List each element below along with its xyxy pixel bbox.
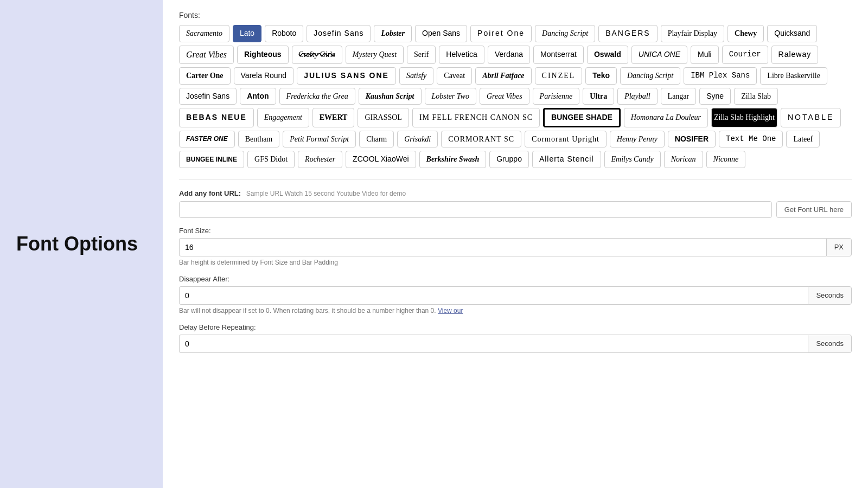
- font-size-unit: PX: [826, 238, 852, 256]
- font-size-hint: Bar height is determined by Font Size an…: [179, 259, 852, 266]
- font-button-anton[interactable]: Anton: [240, 88, 276, 105]
- left-panel: Font Options: [0, 0, 163, 488]
- font-button-great-vibes[interactable]: Great Vibes: [480, 88, 529, 105]
- font-button-homonara-la-douleur[interactable]: Homonara La Douleur: [624, 108, 708, 127]
- font-button-engagement[interactable]: Engagement: [257, 108, 309, 127]
- font-button-ibm-plex-sans[interactable]: IBM Plex Sans: [684, 67, 757, 85]
- font-button-abril-fatface[interactable]: Abril Fatface: [475, 67, 531, 85]
- font-button-berkshire-swash[interactable]: Berkshire Swash: [419, 151, 487, 168]
- delay-input[interactable]: [179, 335, 808, 353]
- font-button-niconne[interactable]: Niconne: [706, 151, 746, 168]
- font-button-gruppo[interactable]: Gruppo: [489, 151, 529, 168]
- font-button-ultra[interactable]: Ultra: [583, 88, 614, 105]
- font-button-oswald[interactable]: Oswald: [587, 46, 628, 64]
- font-button-charm[interactable]: Charm: [359, 131, 394, 148]
- font-button-text-me-one[interactable]: Text Me One: [719, 131, 783, 148]
- font-button-cormorant-upright[interactable]: Cormorant Upright: [525, 131, 607, 148]
- font-button-lateef[interactable]: Lateef: [786, 131, 820, 148]
- font-button-notable[interactable]: NOTABLE: [781, 108, 841, 127]
- font-button-montserrat[interactable]: Montserrat: [533, 46, 584, 64]
- font-button-open-sans[interactable]: Open Sans: [415, 25, 467, 42]
- font-button-im-fell-french-canon-sc[interactable]: IM FELL FRENCH CANON SC: [412, 108, 540, 127]
- disappear-input[interactable]: [179, 286, 808, 305]
- font-size-label: Font Size:: [179, 227, 852, 235]
- font-button-petit-formal-script[interactable]: Petit Formal Script: [283, 131, 356, 148]
- font-button-crafty-girls[interactable]: Crafty Girls: [292, 46, 342, 64]
- font-button-sacramento[interactable]: Sacramento: [179, 25, 229, 42]
- delay-label: Delay Before Repeating:: [179, 323, 852, 331]
- font-button-ewert[interactable]: EWERT: [312, 108, 355, 127]
- font-button-playfair-display[interactable]: Playfair Display: [661, 25, 724, 42]
- font-button-lobster-two[interactable]: Lobster Two: [425, 88, 476, 105]
- font-button-unica-one[interactable]: UNICA ONE: [631, 46, 687, 64]
- add-font-hint: Sample URL Watch 15 second Youtube Video…: [246, 190, 406, 197]
- font-button-satisfy[interactable]: Satisfy: [399, 67, 433, 85]
- font-button-josefin-sans[interactable]: Josefin Sans: [307, 25, 371, 42]
- font-button-norican[interactable]: Norican: [664, 151, 703, 168]
- font-button-raleway[interactable]: Raleway: [771, 46, 819, 64]
- font-button-julius-sans-one[interactable]: JULIUS SANS ONE: [297, 67, 396, 85]
- font-button-josefin-sans[interactable]: Josefin Sans: [179, 88, 237, 105]
- font-button-grisakdi[interactable]: Grisakdi: [397, 131, 438, 148]
- font-button-parisienne[interactable]: Parisienne: [533, 88, 580, 105]
- font-button-langar[interactable]: Langar: [661, 88, 697, 105]
- font-button-zilla-slab-highlight[interactable]: Zilla Slab Highlight: [711, 108, 777, 127]
- font-button-bangers[interactable]: BANGERS: [598, 25, 657, 42]
- font-button-dancing-script[interactable]: Dancing Script: [535, 25, 595, 42]
- delay-unit: Seconds: [808, 335, 852, 353]
- font-button-roboto[interactable]: Roboto: [265, 25, 303, 42]
- font-button-bungee-shade[interactable]: BUNGEE SHADE: [543, 108, 621, 127]
- get-font-url-button[interactable]: Get Font URL here: [776, 201, 852, 218]
- font-size-section: Font Size: PX Bar height is determined b…: [179, 227, 852, 266]
- font-button-bentham[interactable]: Bentham: [238, 131, 280, 148]
- font-button-caveat[interactable]: Caveat: [437, 67, 472, 85]
- font-button-serif[interactable]: Serif: [407, 46, 436, 64]
- font-button-girassol[interactable]: GIRASSOL: [358, 108, 409, 127]
- font-button-allerta-stencil[interactable]: Allerta Stencil: [532, 151, 601, 168]
- font-size-input[interactable]: [179, 238, 826, 256]
- delay-section: Delay Before Repeating: Seconds: [179, 323, 852, 353]
- font-button-rochester[interactable]: Rochester: [298, 151, 342, 168]
- font-button-mystery-quest[interactable]: Mystery Quest: [346, 46, 404, 64]
- font-button-gfs-didot[interactable]: GFS Didot: [247, 151, 295, 168]
- font-button-righteous[interactable]: Righteous: [237, 46, 288, 64]
- disappear-hint: Bar will not disappear if set to 0. When…: [179, 307, 852, 314]
- font-button-teko[interactable]: Teko: [585, 67, 617, 85]
- font-button-poiret-one[interactable]: Poiret One: [470, 25, 532, 42]
- font-button-syne[interactable]: Syne: [699, 88, 731, 105]
- font-button-verdana[interactable]: Verdana: [488, 46, 530, 64]
- font-button-libre-baskerville[interactable]: Libre Baskerville: [760, 67, 827, 85]
- font-button-nosifer[interactable]: NOSIFER: [668, 131, 716, 148]
- font-button-bebas-neue[interactable]: BEBAS NEUE: [179, 108, 254, 127]
- add-font-section: Add any font URL: Sample URL Watch 15 se…: [179, 188, 852, 218]
- font-button-zcool-xiaowei[interactable]: ZCOOL XiaoWei: [346, 151, 416, 168]
- font-button-cormorant-sc[interactable]: CORMORANT SC: [441, 131, 521, 148]
- view-link[interactable]: View our: [438, 307, 463, 314]
- disappear-unit: Seconds: [808, 286, 852, 305]
- font-button-courier[interactable]: Courier: [722, 46, 768, 64]
- font-button-fredericka-the-grea[interactable]: Fredericka the Grea: [279, 88, 355, 105]
- font-button-lobster[interactable]: Lobster: [374, 25, 412, 42]
- font-button-bungee-inline[interactable]: BUNGEE INLINE: [179, 151, 244, 168]
- font-button-chewy[interactable]: Chewy: [727, 25, 764, 42]
- font-button-great-vibes[interactable]: Great Vibes: [179, 46, 234, 64]
- font-button-varela-round[interactable]: Varela Round: [234, 67, 294, 85]
- add-font-input[interactable]: [179, 201, 772, 218]
- disappear-section: Disappear After: Seconds Bar will not di…: [179, 275, 852, 314]
- page-title: Font Options: [16, 232, 138, 255]
- font-button-playball[interactable]: Playball: [617, 88, 657, 105]
- font-button-dancing-script[interactable]: Dancing Script: [620, 67, 680, 85]
- font-button-muli[interactable]: Muli: [691, 46, 719, 64]
- font-size-row: PX: [179, 238, 852, 256]
- font-button-zilla-slab[interactable]: Zilla Slab: [734, 88, 778, 105]
- font-button-helvetica[interactable]: Helvetica: [439, 46, 484, 64]
- font-button-cinzel[interactable]: CINZEL: [535, 67, 583, 85]
- delay-row: Seconds: [179, 335, 852, 353]
- font-button-lato[interactable]: Lato: [233, 25, 261, 42]
- font-button-kaushan-script[interactable]: Kaushan Script: [359, 88, 422, 105]
- font-button-quicksand[interactable]: Quicksand: [767, 25, 817, 42]
- font-button-emilys-candy[interactable]: Emilys Candy: [604, 151, 661, 168]
- font-button-henny-penny[interactable]: Henny Penny: [610, 131, 665, 148]
- font-button-carter-one[interactable]: Carter One: [179, 67, 231, 85]
- font-button-faster-one[interactable]: FASTER ONE: [179, 131, 235, 148]
